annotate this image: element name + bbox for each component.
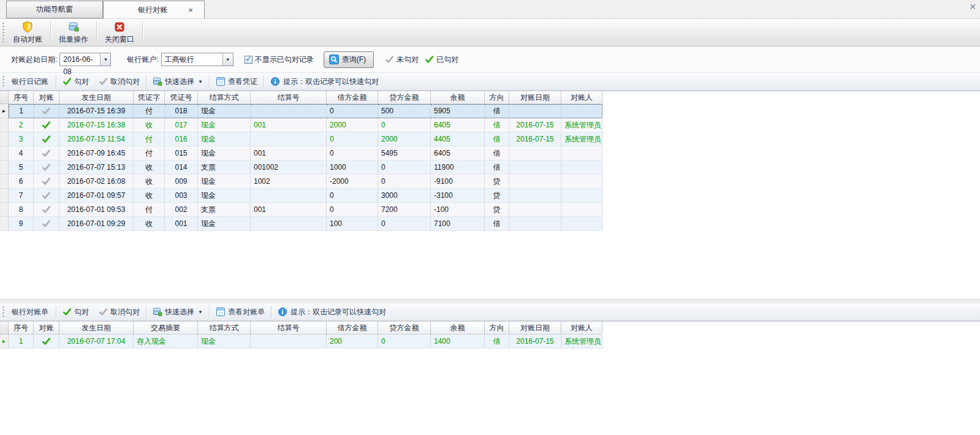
column-header[interactable]: 交易摘要 [134, 322, 198, 335]
cell-match-check[interactable] [34, 132, 59, 146]
table-row[interactable]: ► 1 2016-07-07 17:04 存入现金 现金 200 0 1400 … [0, 335, 602, 349]
chevron-down-icon[interactable]: ▼ [100, 53, 110, 66]
table-row[interactable]: 7 2016-07-01 09:57 收 003 现金 0 3000 -3100… [0, 189, 602, 203]
toolbar-separator [96, 21, 97, 44]
column-header[interactable]: 发生日期 [59, 91, 134, 104]
panel-grip[interactable] [2, 306, 4, 317]
column-header[interactable]: 结算方式 [198, 91, 251, 104]
toolbar-grip[interactable] [2, 23, 4, 42]
table-row[interactable]: 6 2016-07-02 16:08 收 009 现金 1002 -2000 0… [0, 175, 602, 189]
cell-settle-method: 现金 [198, 118, 251, 132]
column-header[interactable]: 方向 [485, 91, 509, 104]
row-selector[interactable]: ► [0, 104, 9, 118]
row-selector[interactable] [0, 118, 9, 132]
cell-recon-date [509, 189, 561, 203]
column-header[interactable]: 凭证号 [165, 91, 198, 104]
table-row[interactable]: 4 2016-07-09 16:45 付 015 现金 001 0 5495 6… [0, 146, 602, 161]
column-header[interactable]: 方向 [485, 322, 509, 335]
tab-function-nav[interactable]: 功能导航窗 [6, 1, 103, 18]
cell-match-check[interactable] [34, 335, 59, 349]
table-row[interactable]: 5 2016-07-07 15:13 收 014 支票 001002 1000 … [0, 161, 602, 175]
legend-unmatched: 未勾对 [385, 55, 419, 65]
close-window-button[interactable]: 关闭窗口 [98, 19, 141, 46]
column-header[interactable]: 对账 [34, 91, 59, 104]
row-selector[interactable] [0, 217, 9, 231]
match-button[interactable]: 勾对 [63, 307, 89, 317]
cell-match-check[interactable] [34, 189, 59, 203]
column-header[interactable]: 贷方金额 [378, 322, 431, 335]
statement-tip: 提示：双击记录可以快速勾对 [278, 307, 386, 317]
tab-label: 银行对账 [138, 5, 167, 15]
cell-match-check[interactable] [34, 217, 59, 231]
tab-bank-reconciliation[interactable]: 银行对账 × [103, 1, 205, 18]
column-header[interactable]: 发生日期 [59, 322, 134, 335]
cell-match-check[interactable] [34, 118, 59, 132]
column-header[interactable]: 借方金额 [327, 91, 378, 104]
cell-date: 2016-07-09 16:45 [59, 146, 134, 161]
unmatch-button[interactable]: 取消勾对 [99, 307, 140, 317]
chevron-down-icon[interactable]: ▼ [222, 53, 233, 66]
cell-direction: 借 [485, 217, 509, 231]
cell-match-check[interactable] [34, 175, 59, 189]
column-header[interactable]: 余额 [431, 322, 485, 335]
query-button[interactable]: 查询(F) [324, 51, 374, 68]
column-header[interactable]: 对账日期 [509, 322, 561, 335]
cell-match-check[interactable] [34, 104, 59, 118]
column-header[interactable]: 序号 [9, 322, 34, 335]
cell-voucher-no: 014 [165, 161, 198, 175]
start-date-combobox[interactable]: 2016-06-08 ▼ [59, 53, 111, 66]
unmatch-button[interactable]: 取消勾对 [99, 77, 140, 87]
column-header[interactable]: 对账人 [561, 322, 602, 335]
cell-debit: 0 [327, 189, 378, 203]
cell-voucher-word: 收 [134, 161, 165, 175]
column-header[interactable]: 结算号 [251, 91, 327, 104]
statement-table: 序号对账发生日期交易摘要结算方式结算号借方金额贷方金额余额方向对账日期对账人 ►… [0, 322, 602, 349]
column-header[interactable]: 结算方式 [198, 322, 251, 335]
row-selector[interactable]: ► [0, 335, 9, 349]
hide-matched-checkbox[interactable]: ✓ [245, 56, 253, 64]
row-selector[interactable] [0, 203, 9, 217]
quick-select-button[interactable]: 快速选择 ▼ [153, 77, 203, 87]
cell-match-check[interactable] [34, 146, 59, 161]
view-voucher-button[interactable]: 查看凭证 [216, 77, 257, 87]
tab-close-icon[interactable]: × [188, 6, 193, 14]
row-selector[interactable] [0, 189, 9, 203]
view-statement-button[interactable]: 查看对账单 [216, 307, 265, 317]
auto-reconcile-button[interactable]: 自动对账 [6, 19, 49, 46]
quick-select-button[interactable]: 快速选择 ▼ [153, 307, 203, 317]
cell-settle-method: 支票 [198, 161, 251, 175]
table-row[interactable]: 2 2016-07-15 16:38 收 017 现金 001 2000 0 6… [0, 118, 602, 132]
document-icon [216, 307, 226, 317]
table-row[interactable]: ► 1 2016-07-15 16:39 付 018 现金 0 500 5905… [0, 104, 602, 118]
match-button[interactable]: 勾对 [63, 77, 89, 87]
cell-date: 2016-07-02 16:08 [59, 175, 134, 189]
bank-account-combobox[interactable]: 工商银行 ▼ [161, 53, 234, 66]
table-row[interactable]: 3 2016-07-15 11:54 付 016 现金 0 2000 4405 … [0, 132, 602, 146]
window-close-icon[interactable]: ✕ [969, 2, 976, 12]
row-selector[interactable] [0, 132, 9, 146]
column-header[interactable]: 对账 [34, 322, 59, 335]
column-header[interactable]: 结算号 [251, 322, 327, 335]
column-header[interactable]: 凭证字 [134, 91, 165, 104]
bank-account-value: 工商银行 [162, 53, 222, 66]
quick-select-label: 快速选择 [165, 77, 194, 87]
batch-operations-button[interactable]: 批量操作 [52, 19, 95, 46]
cell-match-check[interactable] [34, 203, 59, 217]
row-selector[interactable] [0, 161, 9, 175]
start-date-value: 2016-06-08 [60, 53, 100, 66]
column-header[interactable]: 借方金额 [327, 322, 378, 335]
gray-check-icon [385, 56, 394, 64]
cell-recon-user: 系统管理员 [561, 118, 602, 132]
column-header[interactable]: 对账日期 [509, 91, 561, 104]
column-header[interactable]: 贷方金额 [378, 91, 431, 104]
row-selector[interactable] [0, 146, 9, 161]
table-row[interactable]: 8 2016-07-01 09:53 付 002 支票 001 0 7200 -… [0, 203, 602, 217]
column-header[interactable]: 对账人 [561, 91, 602, 104]
column-header[interactable]: 序号 [9, 91, 34, 104]
table-row[interactable]: 9 2016-07-01 09:29 收 001 现金 100 0 7100 借 [0, 217, 602, 231]
cell-balance: -9100 [431, 175, 485, 189]
column-header[interactable]: 余额 [431, 91, 485, 104]
cell-match-check[interactable] [34, 161, 59, 175]
panel-grip[interactable] [2, 76, 4, 87]
row-selector[interactable] [0, 175, 9, 189]
